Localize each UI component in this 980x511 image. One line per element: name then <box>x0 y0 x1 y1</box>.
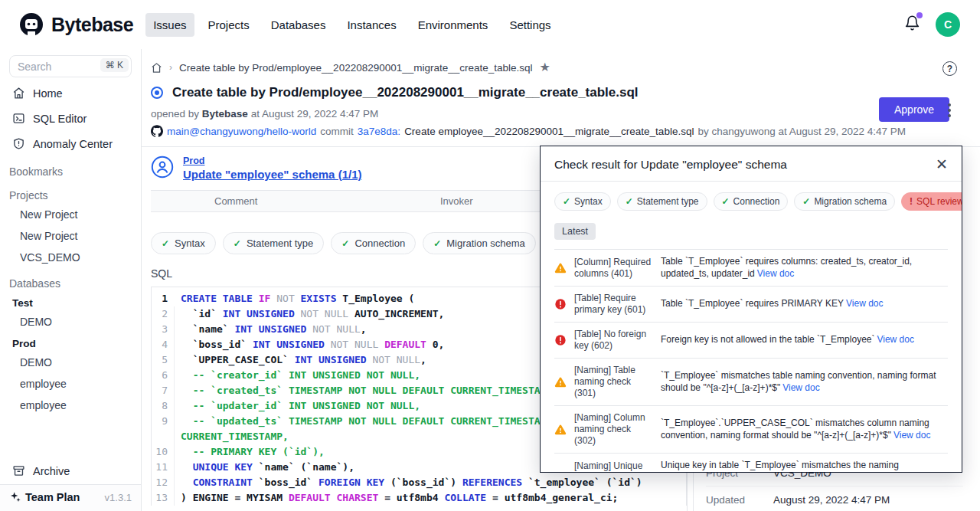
check-pill-connection[interactable]: ✓Connection <box>714 192 789 211</box>
check-message: Table `T_Employee` requires columns: cre… <box>661 256 948 280</box>
view-doc-link[interactable]: View doc <box>846 298 883 309</box>
sidebar-project-item[interactable]: New Project <box>0 225 141 247</box>
star-icon[interactable]: ★ <box>540 61 550 74</box>
issue-open-status-icon <box>151 87 163 99</box>
check-pill-label: Statement type <box>247 237 313 249</box>
github-icon <box>151 125 163 137</box>
help-button[interactable]: ? <box>942 61 957 76</box>
check-icon: ✓ <box>341 238 349 249</box>
approve-button[interactable]: Approve <box>879 97 949 122</box>
check-pill-migration-schema[interactable]: ✓Migration schema <box>423 232 536 254</box>
check-pill-label: Connection <box>733 196 780 207</box>
check-icon: ✓ <box>626 196 633 207</box>
modal-title: Check result for Update "employee" schem… <box>554 158 787 172</box>
commit-hash-link[interactable]: 3a7e8da: <box>358 126 400 137</box>
check-result-modal: Check result for Update "employee" schem… <box>540 146 962 473</box>
line-number: 13 <box>152 490 175 506</box>
error-icon <box>554 334 567 346</box>
check-pill-label: Syntax <box>574 196 603 207</box>
view-doc-link[interactable]: View doc <box>877 334 913 345</box>
check-pill-syntax[interactable]: ✓Syntax <box>151 232 216 254</box>
check-result-row: [Naming] Column naming check (302)`T_Emp… <box>554 406 948 454</box>
line-number: 8 <box>152 398 175 414</box>
sidebar-item-anomaly-center[interactable]: Anomaly Center <box>0 131 141 156</box>
line-number: 10 <box>152 444 175 460</box>
detail-label: Updated <box>706 493 773 508</box>
nav-item-environments[interactable]: Environments <box>410 13 496 37</box>
close-icon[interactable]: ✕ <box>936 157 948 172</box>
warning-icon-cell <box>554 471 567 473</box>
plan-label[interactable]: Team Plan <box>25 491 80 503</box>
home-icon <box>12 87 25 100</box>
sql-line: 13) ENGINE = MYISAM DEFAULT CHARSET = ut… <box>152 490 686 506</box>
databases-section-title: Databases <box>0 268 141 292</box>
line-number: 2 <box>152 306 175 322</box>
bytebase-logo[interactable]: Bytebase <box>18 11 133 38</box>
view-doc-link[interactable]: View doc <box>782 382 819 393</box>
sidebar-project-item[interactable]: New Project <box>0 204 141 225</box>
check-rule-name: [Column] Required columns (401) <box>574 257 654 280</box>
stage-env-link[interactable]: Prod <box>183 156 361 166</box>
breadcrumb-issue-link[interactable]: Create table by Prod/employee__202208290… <box>179 62 533 74</box>
view-doc-link[interactable]: View doc <box>757 268 794 279</box>
check-pill-migration-schema[interactable]: ✓Migration schema <box>794 192 895 211</box>
sidebar-database-item[interactable]: employee <box>0 395 141 416</box>
line-number: 5 <box>152 352 175 368</box>
projects-list: New ProjectNew ProjectVCS_DEMO <box>0 204 141 268</box>
check-icon: ✓ <box>802 196 810 207</box>
divider <box>706 486 963 486</box>
sidebar-database-item[interactable]: DEMO <box>0 352 141 373</box>
sidebar-instance-item[interactable]: Prod <box>0 332 141 352</box>
check-pill-sql-review[interactable]: !SQL review <box>901 192 962 211</box>
sidebar-database-item[interactable]: DEMO <box>0 311 141 332</box>
nav-item-issues[interactable]: Issues <box>145 13 194 37</box>
check-pill-label: SQL review <box>916 196 962 207</box>
check-pill-label: Connection <box>354 237 405 249</box>
check-result-row: [Table] No foreign key (602)Foreign key … <box>554 323 948 359</box>
check-message: Foreign key is not allowed in the table … <box>661 334 948 346</box>
check-pill-statement-type[interactable]: ✓Statement type <box>223 232 325 254</box>
view-doc-link[interactable]: View doc <box>893 430 930 441</box>
warning-icon-cell <box>554 376 567 388</box>
sidebar-database-item[interactable]: employee <box>0 373 141 395</box>
sidebar-item-home[interactable]: Home <box>0 80 141 106</box>
line-number: 12 <box>152 475 175 490</box>
search-shortcut-kbd: ⌘ K <box>100 58 129 72</box>
top-navbar: Bytebase IssuesProjectsDatabasesInstance… <box>0 0 980 49</box>
line-number: 9 <box>152 414 175 444</box>
nav-item-settings[interactable]: Settings <box>501 13 558 37</box>
check-pill-statement-type[interactable]: ✓Statement type <box>617 192 707 211</box>
archive-label: Archive <box>33 465 70 477</box>
check-result-row: [Column] Required columns (401)Table `T_… <box>554 250 948 287</box>
opened-by-name: Bytebase <box>202 108 248 120</box>
sql-line: 12 CONSTRAINT `boss_id` FOREIGN KEY (`bo… <box>152 475 686 490</box>
avatar[interactable]: C <box>936 12 960 37</box>
sidebar-instance-item[interactable]: Test <box>0 292 141 311</box>
check-rule-name: [Naming] Table naming check (301) <box>574 365 654 399</box>
breadcrumb: › Create table by Prod/employee__2022082… <box>151 61 980 74</box>
nav-item-databases[interactable]: Databases <box>263 13 334 37</box>
check-pill-connection[interactable]: ✓Connection <box>331 232 416 254</box>
commit-message: Create employee__202208290001__migrate__… <box>404 126 694 137</box>
error-icon-cell <box>554 298 567 310</box>
sidebar-item-label: Anomaly Center <box>33 138 113 150</box>
sidebar-item-label: SQL Editor <box>33 113 87 125</box>
check-pill-syntax[interactable]: ✓Syntax <box>554 192 611 211</box>
sidebar-item-archive[interactable]: Archive <box>0 457 141 484</box>
home-breadcrumb-icon[interactable] <box>151 62 162 74</box>
sidebar-item-label: Home <box>33 87 63 100</box>
opened-by-line: opened by Bytebase at August 29, 2022 4:… <box>151 108 980 120</box>
more-actions-button[interactable] <box>945 100 954 120</box>
commit-branch-repo-link[interactable]: main@changyuwong/hello-world <box>167 126 316 137</box>
check-message: `T_Employee` mismatches table naming con… <box>661 370 948 394</box>
nav-item-instances[interactable]: Instances <box>339 13 403 37</box>
notification-bell-button[interactable] <box>904 15 920 34</box>
check-icon: ✓ <box>722 196 730 207</box>
nav-item-projects[interactable]: Projects <box>201 13 257 37</box>
stage-task-link[interactable]: Update "employee" schema (1/1) <box>183 168 361 181</box>
check-message: Table `T_Employee` requires PRIMARY KEYV… <box>661 298 948 310</box>
warning-icon-cell <box>554 262 567 274</box>
sidebar-item-sql-editor[interactable]: SQL Editor <box>0 106 141 131</box>
sidebar-project-item[interactable]: VCS_DEMO <box>0 247 141 268</box>
latest-badge[interactable]: Latest <box>554 223 596 240</box>
